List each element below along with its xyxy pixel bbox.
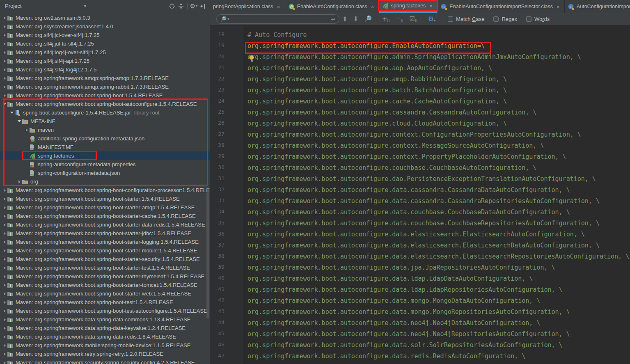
- checkbox-icon[interactable]: [526, 16, 531, 22]
- tree-row[interactable]: {..}spring-configuration-metadata.json: [0, 169, 210, 177]
- line-code[interactable]: org.springframework.boot.autoconfigure.c…: [247, 131, 581, 138]
- line-code[interactable]: org.springframework.boot.autoconfigure.c…: [247, 98, 507, 105]
- expand-arrow-icon[interactable]: [24, 128, 30, 132]
- search-field[interactable]: 🔎 ▾ ↵: [216, 14, 339, 24]
- tree-row[interactable]: Maven: org.springframework.boot:spring-b…: [0, 255, 210, 263]
- editor-tab[interactable]: CAutoConfigurationImpor: [565, 0, 630, 13]
- tree-scrollbar-thumb[interactable]: [206, 188, 209, 318]
- line-code[interactable]: org.springframework.boot.autoconfigure.c…: [247, 120, 507, 127]
- collapse-arrow-icon[interactable]: [9, 112, 15, 114]
- tree-row[interactable]: Maven: org.springframework.data:spring-d…: [0, 324, 210, 332]
- expand-arrow-icon[interactable]: [2, 344, 7, 347]
- scroll-from-source-icon[interactable]: [176, 2, 186, 10]
- expand-arrow-icon[interactable]: [2, 197, 7, 201]
- line-code[interactable]: org.springframework.boot.autoconfigure.c…: [247, 164, 536, 172]
- expand-arrow-icon[interactable]: [2, 258, 7, 261]
- expand-arrow-icon[interactable]: [2, 189, 7, 192]
- line-code[interactable]: org.springframework.boot.autoconfigure.d…: [247, 308, 570, 316]
- expand-arrow-icon[interactable]: [2, 34, 7, 37]
- line-code[interactable]: org.springframework.boot.autoconfigure.d…: [247, 319, 540, 327]
- line-code[interactable]: org.springframework.boot.autoconfigure.d…: [247, 286, 563, 293]
- line-code[interactable]: org.springframework.boot.autoconfigure.d…: [247, 264, 555, 271]
- line-code[interactable]: org.springframework.boot.autoconfigure.c…: [247, 153, 566, 160]
- line-code[interactable]: org.springframework.boot.autoconfigure.d…: [247, 208, 570, 216]
- line-code[interactable]: org.springframework.boot.autoconfigure.a…: [247, 53, 581, 61]
- expand-arrow-icon[interactable]: [2, 85, 7, 89]
- tree-row[interactable]: Maven: org.springframework.boot:spring-b…: [0, 212, 210, 220]
- line-code[interactable]: org.springframework.boot.autoconfigure.c…: [247, 109, 536, 116]
- tree-row[interactable]: Maven: org.springframework.security:spri…: [0, 358, 210, 364]
- tab-close-icon[interactable]: ×: [276, 4, 282, 10]
- line-code[interactable]: org.springframework.boot.autoconfigure.d…: [247, 275, 533, 282]
- next-occurrence-icon[interactable]: ⬇: [353, 16, 359, 22]
- line-code[interactable]: org.springframework.boot.autoconfigure.a…: [247, 76, 507, 83]
- tree-row[interactable]: Maven: org.slf4j:slf4j-api:1.7.25: [0, 57, 210, 65]
- line-code[interactable]: org.springframework.boot.autoconfigure.d…: [247, 220, 600, 227]
- expand-arrow-icon[interactable]: [2, 94, 7, 97]
- tree-row[interactable]: Maven: org.skyscreamer:jsonassert:1.4.0: [0, 22, 210, 31]
- tree-row[interactable]: Maven: org.springframework.boot:spring-b…: [0, 186, 210, 195]
- project-panel-title[interactable]: Project: [5, 3, 21, 9]
- tree-row[interactable]: META-INF: [0, 117, 210, 126]
- tree-row[interactable]: Maven: org.springframework.mobile:spring…: [0, 341, 210, 350]
- settings-gear-icon[interactable]: ⚙▾: [189, 2, 198, 10]
- expand-arrow-icon[interactable]: [2, 318, 7, 321]
- expand-arrow-icon[interactable]: [2, 240, 7, 244]
- expand-arrow-icon[interactable]: [2, 292, 7, 295]
- tree-row[interactable]: spring-autoconfigure-metadata.properties: [0, 160, 210, 169]
- line-code[interactable]: org.springframework.boot.autoconfigure.d…: [247, 341, 563, 349]
- tree-row[interactable]: Maven: org.ow2.asm:asm:5.0.3: [0, 14, 210, 22]
- line-code[interactable]: org.springframework.boot.autoconfigure.a…: [247, 64, 492, 72]
- tree-row[interactable]: MFMANIFEST.MF: [0, 143, 210, 151]
- tree-row[interactable]: Maven: org.slf4j:log4j-over-slf4j:1.7.25: [0, 48, 210, 57]
- expand-arrow-icon[interactable]: [2, 301, 7, 304]
- line-code[interactable]: org.springframework.boot.autoconfigure.d…: [247, 297, 540, 304]
- tree-row[interactable]: Maven: org.springframework.boot:spring-b…: [0, 100, 210, 108]
- tree-row[interactable]: Maven: org.slf4j:jcl-over-slf4j:1.7.25: [0, 31, 210, 39]
- expand-arrow-icon[interactable]: [2, 284, 7, 287]
- expand-arrow-icon[interactable]: [2, 335, 7, 339]
- tree-row[interactable]: Maven: org.springframework.retry:spring-…: [0, 350, 210, 358]
- tab-close-icon[interactable]: ×: [555, 4, 561, 10]
- find-option-regex[interactable]: Regex: [493, 16, 517, 22]
- checkbox-icon[interactable]: [493, 16, 499, 22]
- add-selection-icon[interactable]: +II: [382, 16, 390, 23]
- find-option-match-case[interactable]: Match Case: [448, 16, 484, 22]
- line-code[interactable]: org.springframework.boot.autoconfigure.d…: [247, 175, 596, 183]
- line-code[interactable]: org.springframework.boot.autoconfigure.d…: [247, 353, 525, 360]
- editor-tab[interactable]: @EnableAutoConfiguration.class×: [285, 0, 379, 13]
- tree-row[interactable]: Maven: org.springframework.boot:spring-b…: [0, 195, 210, 203]
- expand-arrow-icon[interactable]: [2, 77, 7, 80]
- tab-close-icon[interactable]: ×: [370, 4, 376, 10]
- line-code[interactable]: # Auto Configure: [247, 31, 307, 39]
- tree-row[interactable]: Maven: org.springframework.boot:spring-b…: [0, 307, 210, 315]
- expand-arrow-icon[interactable]: [2, 361, 7, 364]
- editor-tab[interactable]: pringBootApplication.class×: [210, 0, 285, 13]
- expand-arrow-icon[interactable]: [2, 327, 7, 330]
- line-code[interactable]: org.springframework.boot.autoconfigure.c…: [247, 142, 544, 149]
- tree-row[interactable]: maven: [0, 126, 210, 134]
- expand-arrow-icon[interactable]: [2, 206, 7, 209]
- tree-row[interactable]: additional-spring-configuration-metadata…: [0, 134, 210, 143]
- intention-bulb-icon[interactable]: [249, 55, 254, 62]
- checkbox-icon[interactable]: [448, 16, 453, 22]
- search-icon[interactable]: 🔎: [220, 16, 227, 22]
- tree-row[interactable]: Maven: org.springframework.boot:spring-b…: [0, 272, 210, 281]
- tree-row[interactable]: Maven: org.springframework.data:spring-d…: [0, 332, 210, 341]
- select-all-occurrences-icon[interactable]: ☑II: [409, 16, 417, 23]
- tree-row[interactable]: Maven: org.springframework.boot:spring-b…: [0, 91, 210, 100]
- tree-row[interactable]: Maven: org.springframework.boot:spring-b…: [0, 203, 210, 212]
- expand-arrow-icon[interactable]: [2, 309, 7, 313]
- line-code[interactable]: org.springframework.boot.autoconfigure.d…: [247, 242, 600, 249]
- editor-tab[interactable]: spring.factories×: [379, 0, 438, 13]
- tree-row[interactable]: spring-boot-autoconfigure-1.5.4.RELEASE.…: [0, 108, 210, 117]
- expand-arrow-icon[interactable]: [2, 16, 7, 20]
- expand-arrow-icon[interactable]: [2, 25, 7, 28]
- tree-row[interactable]: Maven: org.springframework.boot:spring-b…: [0, 289, 210, 298]
- search-settings-gear-icon[interactable]: ⚙▾: [428, 16, 436, 23]
- expand-arrow-icon[interactable]: [2, 223, 7, 227]
- tree-row[interactable]: Maven: org.springframework.amqp:spring-r…: [0, 82, 210, 91]
- search-input[interactable]: [229, 16, 331, 22]
- collapse-arrow-icon[interactable]: [2, 103, 7, 105]
- line-code[interactable]: org.springframework.boot.autoconfigure.d…: [247, 186, 570, 194]
